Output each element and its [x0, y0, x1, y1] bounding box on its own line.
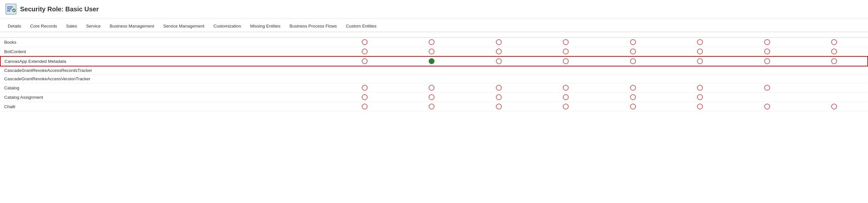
tab-business-process-flows[interactable]: Business Process Flows: [285, 21, 341, 32]
empty-circle-icon[interactable]: [496, 58, 502, 64]
table-row[interactable]: CascadeGrantRevokeAccessRecordsTracker: [0, 66, 868, 75]
empty-circle-icon[interactable]: [563, 104, 569, 110]
empty-circle-icon[interactable]: [764, 85, 770, 91]
circle-cell[interactable]: [666, 56, 734, 66]
tab-service[interactable]: Service: [82, 21, 105, 32]
empty-circle-icon[interactable]: [764, 39, 770, 45]
tab-customization[interactable]: Customization: [209, 21, 246, 32]
circle-cell[interactable]: [599, 47, 666, 57]
circle-cell[interactable]: [734, 47, 800, 57]
circle-cell[interactable]: [331, 47, 398, 57]
circle-cell[interactable]: [532, 102, 599, 111]
table-row[interactable]: Catalog: [0, 83, 868, 93]
circle-cell[interactable]: [801, 47, 868, 57]
circle-cell[interactable]: [331, 37, 398, 47]
table-row[interactable]: Catalog Assignment: [0, 93, 868, 102]
empty-circle-icon[interactable]: [496, 94, 502, 100]
empty-circle-icon[interactable]: [563, 94, 569, 100]
circle-cell[interactable]: [734, 83, 800, 93]
circle-cell[interactable]: [398, 93, 465, 102]
empty-circle-icon[interactable]: [697, 49, 703, 54]
empty-circle-icon[interactable]: [831, 58, 837, 64]
empty-circle-icon[interactable]: [563, 85, 569, 91]
circle-cell[interactable]: [666, 102, 734, 111]
tab-missing-entities[interactable]: Missing Entities: [246, 21, 285, 32]
empty-circle-icon[interactable]: [362, 85, 368, 91]
empty-circle-icon[interactable]: [362, 104, 368, 110]
empty-circle-icon[interactable]: [362, 49, 368, 54]
empty-circle-icon[interactable]: [764, 58, 770, 64]
circle-cell[interactable]: [599, 37, 666, 47]
empty-circle-icon[interactable]: [362, 94, 368, 100]
circle-cell[interactable]: [666, 37, 734, 47]
empty-circle-icon[interactable]: [831, 49, 837, 54]
circle-cell[interactable]: [666, 93, 734, 102]
empty-circle-icon[interactable]: [496, 104, 502, 110]
circle-cell[interactable]: [331, 83, 398, 93]
empty-circle-icon[interactable]: [630, 58, 636, 64]
empty-circle-icon[interactable]: [764, 104, 770, 110]
empty-circle-icon[interactable]: [630, 94, 636, 100]
empty-circle-icon[interactable]: [764, 49, 770, 54]
circle-cell[interactable]: [331, 56, 398, 66]
table-row[interactable]: CascadeGrantRevokeAccessVersionTracker: [0, 75, 868, 83]
circle-cell[interactable]: [801, 37, 868, 47]
empty-circle-icon[interactable]: [563, 39, 569, 45]
circle-cell[interactable]: [599, 102, 666, 111]
circle-cell[interactable]: [398, 83, 465, 93]
empty-circle-icon[interactable]: [362, 58, 368, 64]
circle-cell[interactable]: [465, 56, 532, 66]
circle-cell[interactable]: [532, 47, 599, 57]
empty-circle-icon[interactable]: [697, 85, 703, 91]
empty-circle-icon[interactable]: [697, 39, 703, 45]
circle-cell[interactable]: [666, 83, 734, 93]
empty-circle-icon[interactable]: [563, 49, 569, 54]
empty-circle-icon[interactable]: [831, 104, 837, 110]
circle-cell[interactable]: [398, 37, 465, 47]
empty-circle-icon[interactable]: [630, 104, 636, 110]
table-row[interactable]: CanvasApp Extended Metadata: [0, 56, 868, 66]
empty-circle-icon[interactable]: [429, 94, 434, 100]
empty-circle-icon[interactable]: [563, 58, 569, 64]
empty-circle-icon[interactable]: [362, 39, 368, 45]
circle-cell[interactable]: [734, 37, 800, 47]
tab-service-management[interactable]: Service Management: [159, 21, 209, 32]
tab-core-records[interactable]: Core Records: [26, 21, 61, 32]
circle-cell[interactable]: [532, 83, 599, 93]
empty-circle-icon[interactable]: [697, 58, 703, 64]
circle-cell[interactable]: [532, 93, 599, 102]
circle-cell[interactable]: [532, 56, 599, 66]
table-row[interactable]: Books: [0, 37, 868, 47]
empty-circle-icon[interactable]: [429, 49, 434, 54]
empty-circle-icon[interactable]: [429, 85, 434, 91]
tab-custom-entities[interactable]: Custom Entities: [341, 21, 381, 32]
empty-circle-icon[interactable]: [429, 104, 434, 110]
table-row[interactable]: Challr: [0, 102, 868, 111]
circle-cell[interactable]: [532, 37, 599, 47]
table-row[interactable]: BotContent: [0, 47, 868, 57]
circle-cell[interactable]: [666, 47, 734, 57]
tab-business-management[interactable]: Business Management: [105, 21, 158, 32]
circle-cell[interactable]: [801, 56, 868, 66]
circle-cell[interactable]: [465, 93, 532, 102]
circle-cell[interactable]: [599, 93, 666, 102]
circle-cell[interactable]: [331, 102, 398, 111]
empty-circle-icon[interactable]: [697, 94, 703, 100]
tab-details[interactable]: Details: [3, 21, 26, 32]
empty-circle-icon[interactable]: [496, 85, 502, 91]
filled-circle-icon[interactable]: [429, 58, 434, 64]
circle-cell[interactable]: [734, 102, 800, 111]
circle-cell[interactable]: [465, 102, 532, 111]
empty-circle-icon[interactable]: [831, 39, 837, 45]
circle-cell[interactable]: [398, 47, 465, 57]
circle-cell[interactable]: [398, 102, 465, 111]
empty-circle-icon[interactable]: [496, 39, 502, 45]
circle-cell[interactable]: [599, 56, 666, 66]
empty-circle-icon[interactable]: [630, 39, 636, 45]
empty-circle-icon[interactable]: [496, 49, 502, 54]
circle-cell[interactable]: [465, 83, 532, 93]
circle-cell[interactable]: [599, 83, 666, 93]
circle-cell[interactable]: [734, 56, 800, 66]
empty-circle-icon[interactable]: [630, 85, 636, 91]
circle-cell[interactable]: [398, 56, 465, 66]
